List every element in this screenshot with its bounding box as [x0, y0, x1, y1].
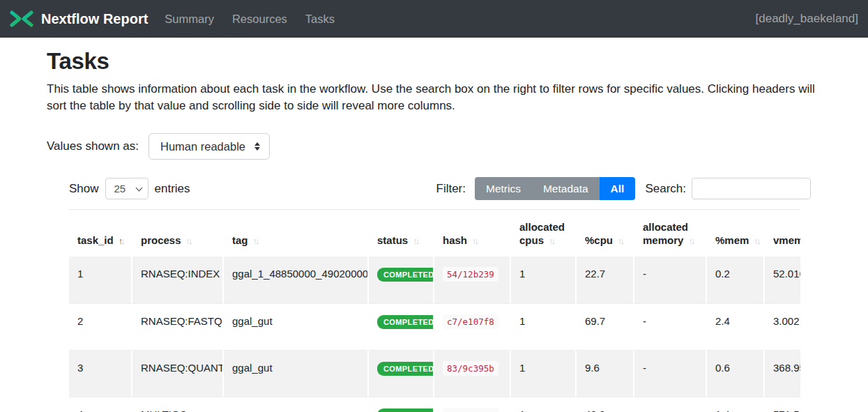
filter-button-metadata[interactable]: Metadata [532, 177, 600, 200]
chevron-down-icon [135, 184, 142, 191]
cell-tag: ggal_gut [222, 303, 367, 350]
values-shown-row: Values shown as: Human readable [47, 133, 821, 160]
cell-allocated-cpus: 1 [510, 303, 575, 350]
cell-hash: 83/9c395b [433, 350, 510, 397]
cell-allocated-cpus: 1 [510, 397, 575, 412]
cell-hash: 94/c235e1 [433, 397, 510, 412]
cell-vmem: 571.58 MB [763, 397, 800, 412]
cell-vmem: 3.002 [763, 303, 800, 350]
page-length-group: Show 25 entries [69, 178, 190, 199]
cell-allocated-cpus: 1 [510, 350, 575, 397]
sort-icon: ↑↓ [549, 234, 554, 247]
search-label: Search: [645, 182, 686, 196]
cell-hash: c7/e107f8 [433, 303, 510, 350]
nav-link-resources[interactable]: Resources [223, 13, 296, 26]
status-badge: COMPLETED [377, 362, 433, 376]
nav-link-summary[interactable]: Summary [155, 13, 223, 26]
cell-process: RNASEQ:FASTQC [131, 303, 222, 350]
column-header-vmem[interactable]: vmem↑↓ [763, 210, 800, 257]
page-title: Tasks [47, 48, 821, 75]
cell-hash: 54/12b239 [433, 257, 510, 303]
cell-pcpu: 69.7 [575, 303, 633, 350]
values-shown-select[interactable]: Human readable [149, 133, 270, 160]
entries-label: entries [155, 182, 190, 196]
cell-allocated-memory: - [633, 303, 706, 350]
filter-label: Filter: [436, 182, 466, 196]
values-shown-label: Values shown as: [47, 139, 139, 153]
column-header-status[interactable]: status↑↓ [367, 210, 433, 257]
nextflow-logo-icon [10, 8, 33, 29]
column-header-allocated-cpus[interactable]: allocatedcpus↑↓ [510, 210, 575, 257]
page-length-value: 25 [114, 183, 126, 194]
main-content: Tasks This table shows information about… [0, 48, 868, 412]
table-scroll-area[interactable]: task_id↑↓process↑↓tag↑↓status↑↓hash↑↓all… [69, 209, 800, 412]
column-header-mem[interactable]: %mem↑↓ [706, 210, 763, 257]
cell-vmem: 52.016 MB [763, 257, 800, 303]
hash-code: 83/9c395b [443, 361, 498, 376]
status-badge: COMPLETED [377, 409, 433, 412]
cell-pmem: 0.2 [706, 257, 763, 303]
run-name: [deadly_baekeland] [756, 12, 858, 26]
cell-status: COMPLETED [367, 257, 433, 303]
sort-icon: ↑↓ [754, 234, 759, 247]
cell-task-id: 2 [69, 303, 131, 350]
sort-icon: ↑↓ [618, 234, 623, 247]
cell-tag: ggal_gut [222, 350, 367, 397]
cell-task-id: 4 [69, 397, 131, 412]
nav-link-tasks[interactable]: Tasks [296, 13, 344, 26]
navbar: Nextflow Report SummaryResourcesTasks [d… [0, 0, 868, 38]
page-length-select[interactable]: 25 [105, 178, 149, 199]
column-header-process[interactable]: process↑↓ [131, 210, 222, 257]
column-header-cpu[interactable]: %cpu↑↓ [575, 210, 633, 257]
brand-title: Nextflow Report [41, 11, 148, 27]
datatable-wrapper: Show 25 entries Filter: MetricsMetadataA… [69, 177, 811, 412]
table-controls: Show 25 entries Filter: MetricsMetadataA… [69, 177, 811, 200]
select-updown-icon [254, 142, 260, 151]
cell-process: RNASEQ:INDEX [131, 257, 222, 303]
cell-allocated-memory: - [633, 397, 706, 412]
table-header-row: task_id↑↓process↑↓tag↑↓status↑↓hash↑↓all… [69, 210, 800, 257]
filter-button-all[interactable]: All [600, 177, 636, 200]
sort-icon: ↑↓ [688, 234, 693, 247]
page-description: This table shows information about each … [47, 81, 817, 114]
column-header-allocated-memory[interactable]: allocatedmemory↑↓ [633, 210, 706, 257]
cell-status: COMPLETED [367, 350, 433, 397]
cell-task-id: 3 [69, 350, 131, 397]
column-header-task-id[interactable]: task_id↑↓ [69, 210, 131, 257]
filter-button-metrics[interactable]: Metrics [475, 177, 532, 200]
show-label: Show [69, 182, 99, 196]
sort-icon: ↑↓ [472, 234, 477, 247]
sort-icon: ↑↓ [186, 234, 191, 247]
column-header-tag[interactable]: tag↑↓ [222, 210, 367, 257]
hash-code: c7/e107f8 [443, 314, 498, 329]
brand-link[interactable]: Nextflow Report [10, 8, 148, 29]
cell-allocated-memory: - [633, 350, 706, 397]
hash-code: 94/c235e1 [443, 408, 498, 412]
status-badge: COMPLETED [377, 315, 433, 329]
status-badge: COMPLETED [377, 268, 433, 282]
cell-pmem: 2.4 [706, 303, 763, 350]
table-body: 1RNASEQ:INDEXggal_1_48850000_49020000COM… [69, 257, 800, 412]
cell-allocated-memory: - [633, 257, 706, 303]
table-row: 1RNASEQ:INDEXggal_1_48850000_49020000COM… [69, 257, 800, 303]
tasks-table: task_id↑↓process↑↓tag↑↓status↑↓hash↑↓all… [69, 210, 800, 412]
table-row: 3RNASEQ:QUANTggal_gutCOMPLETED83/9c395b1… [69, 350, 800, 397]
sort-icon: ↑↓ [413, 234, 418, 247]
sort-icon: ↑↓ [119, 234, 123, 247]
cell-tag: ggal_1_48850000_49020000 [222, 257, 367, 303]
cell-process: RNASEQ:QUANT [131, 350, 222, 397]
table-row: 4MULTIQC-COMPLETED94/c235e1142.8-1.4571.… [69, 397, 800, 412]
cell-process: MULTIQC [131, 397, 222, 412]
cell-status: COMPLETED [367, 397, 433, 412]
column-header-hash[interactable]: hash↑↓ [433, 210, 510, 257]
hash-code: 54/12b239 [443, 267, 498, 282]
sort-icon: ↑↓ [253, 234, 258, 247]
cell-pcpu: 22.7 [575, 257, 633, 303]
values-shown-value: Human readable [160, 140, 245, 153]
table-row: 2RNASEQ:FASTQCggal_gutCOMPLETEDc7/e107f8… [69, 303, 800, 350]
nav-links: SummaryResourcesTasks [155, 13, 344, 26]
search-input[interactable] [692, 178, 811, 199]
cell-task-id: 1 [69, 257, 131, 303]
cell-pcpu: 9.6 [575, 350, 633, 397]
filter-search-group: Filter: MetricsMetadataAll Search: [436, 177, 812, 200]
